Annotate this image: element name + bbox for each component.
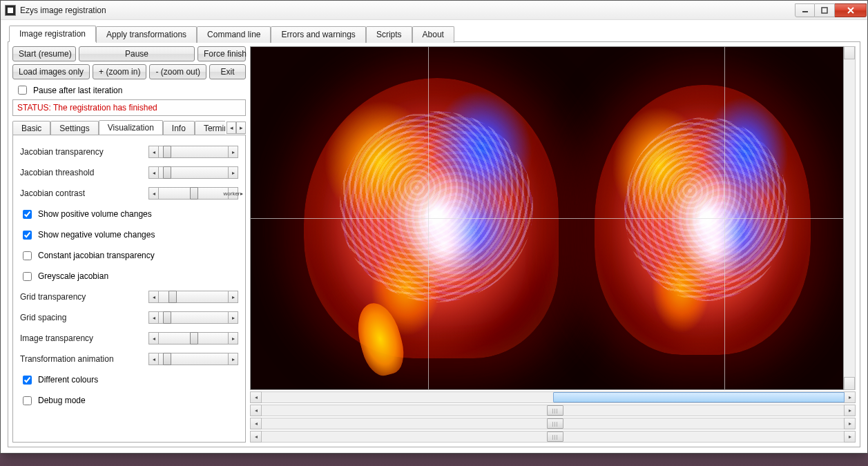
- jacobian-contrast-label: Jacobian contrast: [20, 188, 148, 198]
- viewport-vertical-scrollbar[interactable]: [844, 46, 856, 390]
- tab-apply-transformations[interactable]: Apply transformations: [96, 26, 197, 43]
- tab-label: Errors and warnings: [281, 30, 355, 39]
- load-images-button[interactable]: Load images only: [12, 64, 90, 79]
- grid-transparency-slider[interactable]: ◂ ▸: [148, 291, 238, 303]
- subtab-scroll-right[interactable]: ▸: [236, 122, 246, 134]
- scroll-left-icon[interactable]: ◂: [250, 418, 262, 429]
- grid-transparency-label: Grid transparency: [20, 292, 148, 302]
- slice-slider-1[interactable]: ◂ ▸: [250, 405, 856, 416]
- subtab-termination[interactable]: Termination: [195, 121, 225, 135]
- slider-inc-icon[interactable]: ▸: [228, 291, 238, 302]
- scroll-left-icon[interactable]: ◂: [250, 405, 262, 416]
- slider-dec-icon[interactable]: ◂: [149, 333, 159, 344]
- transformation-animation-label: Transformation animation: [20, 354, 148, 364]
- minimize-button[interactable]: [795, 3, 815, 17]
- jacobian-threshold-slider[interactable]: ◂ ▸: [148, 166, 238, 179]
- image-transparency-slider[interactable]: ◂ ▸: [148, 332, 238, 344]
- main-content: Start (resume) Pause Force finish Load i…: [8, 42, 860, 447]
- scrollbar-thumb[interactable]: [553, 392, 845, 402]
- scroll-right-icon[interactable]: ▸: [844, 418, 856, 429]
- sub-tabs: Basic Settings Visualization Info Termin…: [12, 120, 246, 135]
- subtab-label: Settings: [59, 124, 89, 133]
- slider-inc-icon[interactable]: ▸: [228, 353, 238, 365]
- subtab-visualization[interactable]: Visualization: [99, 120, 163, 135]
- image-area: ◂ ▸ ◂ ▸ ◂ ▸ ◂ ▸: [250, 46, 856, 443]
- subtab-settings[interactable]: Settings: [50, 121, 98, 135]
- slider-dec-icon[interactable]: ◂: [149, 291, 159, 302]
- subtab-basic[interactable]: Basic: [12, 121, 50, 135]
- greyscale-jacobian-checkbox[interactable]: [23, 272, 32, 281]
- tab-about[interactable]: About: [412, 26, 454, 43]
- pause-after-last-checkbox[interactable]: [18, 86, 27, 95]
- image-transparency-label: Image transparency: [20, 333, 148, 343]
- slider-inc-icon[interactable]: worker▸: [228, 188, 238, 199]
- force-finish-button[interactable]: Force finish: [197, 46, 246, 61]
- maximize-button[interactable]: [815, 3, 835, 17]
- greyscale-jacobian-label: Greyscale jacobian: [38, 271, 108, 281]
- scroll-right-icon[interactable]: ▸: [844, 431, 856, 443]
- zoom-out-button[interactable]: - (zoom out): [149, 64, 206, 79]
- close-button[interactable]: [835, 3, 867, 17]
- slider-inc-icon[interactable]: ▸: [228, 333, 238, 344]
- different-colours-checkbox[interactable]: [23, 376, 32, 385]
- scrollbar-thumb[interactable]: [547, 405, 563, 416]
- slider-thumb[interactable]: [163, 146, 171, 158]
- slider-dec-icon[interactable]: ◂: [149, 167, 159, 178]
- transformation-animation-slider[interactable]: ◂ ▸: [148, 353, 238, 365]
- debug-mode-checkbox[interactable]: [23, 396, 32, 405]
- close-icon: [847, 6, 855, 14]
- slider-dec-icon[interactable]: ◂: [149, 146, 159, 157]
- pause-after-last-label: Pause after last iteration: [33, 86, 122, 95]
- scroll-right-icon[interactable]: ▸: [844, 391, 856, 403]
- slider-thumb[interactable]: [163, 353, 171, 365]
- tab-image-registration[interactable]: Image registration: [9, 26, 96, 42]
- slider-thumb[interactable]: [190, 187, 198, 200]
- status-text: STATUS: The registration has finished: [12, 99, 246, 116]
- tab-label: About: [423, 30, 444, 39]
- different-colours-label: Different colours: [38, 375, 98, 385]
- slider-thumb[interactable]: [163, 166, 171, 179]
- main-tabs: Image registration Apply transformations…: [8, 26, 860, 42]
- slider-thumb[interactable]: [163, 311, 171, 324]
- slider-inc-icon[interactable]: ▸: [228, 312, 238, 323]
- slice-slider-3[interactable]: ◂ ▸: [250, 431, 856, 443]
- grid-spacing-slider[interactable]: ◂ ▸: [148, 311, 238, 324]
- pause-button[interactable]: Pause: [79, 46, 195, 61]
- viewport-horizontal-scrollbar[interactable]: ◂ ▸: [250, 391, 856, 403]
- slice-slider-2[interactable]: ◂ ▸: [250, 418, 856, 429]
- scrollbar-thumb[interactable]: [547, 418, 563, 429]
- show-negative-label: Show negative volume changes: [38, 230, 155, 240]
- jacobian-contrast-slider[interactable]: ◂ worker▸: [148, 187, 238, 200]
- debug-mode-label: Debug mode: [38, 396, 86, 405]
- jacobian-transparency-slider[interactable]: ◂ ▸: [148, 146, 238, 158]
- tab-command-line[interactable]: Command line: [197, 26, 271, 43]
- scroll-left-icon[interactable]: ◂: [250, 431, 262, 443]
- scroll-left-icon[interactable]: ◂: [250, 391, 262, 403]
- tab-label: Image registration: [19, 29, 86, 39]
- slider-thumb[interactable]: [190, 332, 198, 344]
- titlebar[interactable]: Ezys image registration: [1, 1, 867, 20]
- slider-dec-icon[interactable]: ◂: [149, 188, 159, 199]
- window-title: Ezys image registration: [20, 6, 106, 15]
- jacobian-transparency-label: Jacobian transparency: [20, 147, 148, 157]
- show-positive-checkbox[interactable]: [23, 210, 32, 219]
- visualization-panel: Jacobian transparency ◂ ▸ Jacobian threa…: [12, 135, 246, 443]
- exit-button[interactable]: Exit: [209, 64, 246, 79]
- slider-inc-icon[interactable]: ▸: [228, 146, 238, 157]
- slider-thumb[interactable]: [168, 291, 177, 303]
- subtab-info[interactable]: Info: [163, 121, 195, 135]
- slider-dec-icon[interactable]: ◂: [149, 312, 159, 323]
- constant-jacobian-checkbox[interactable]: [23, 251, 32, 260]
- image-viewport[interactable]: [250, 46, 844, 390]
- zoom-in-button[interactable]: + (zoom in): [93, 64, 146, 79]
- scroll-right-icon[interactable]: ▸: [844, 405, 856, 416]
- start-button[interactable]: Start (resume): [12, 46, 76, 61]
- app-window: Ezys image registration Image registrati…: [0, 0, 868, 454]
- slider-inc-icon[interactable]: ▸: [228, 167, 238, 178]
- slider-dec-icon[interactable]: ◂: [149, 353, 159, 365]
- scrollbar-thumb[interactable]: [547, 431, 563, 442]
- subtab-scroll-left[interactable]: ◂: [226, 122, 236, 134]
- tab-errors-and-warnings[interactable]: Errors and warnings: [271, 26, 365, 43]
- show-negative-checkbox[interactable]: [23, 231, 32, 240]
- tab-scripts[interactable]: Scripts: [366, 26, 412, 43]
